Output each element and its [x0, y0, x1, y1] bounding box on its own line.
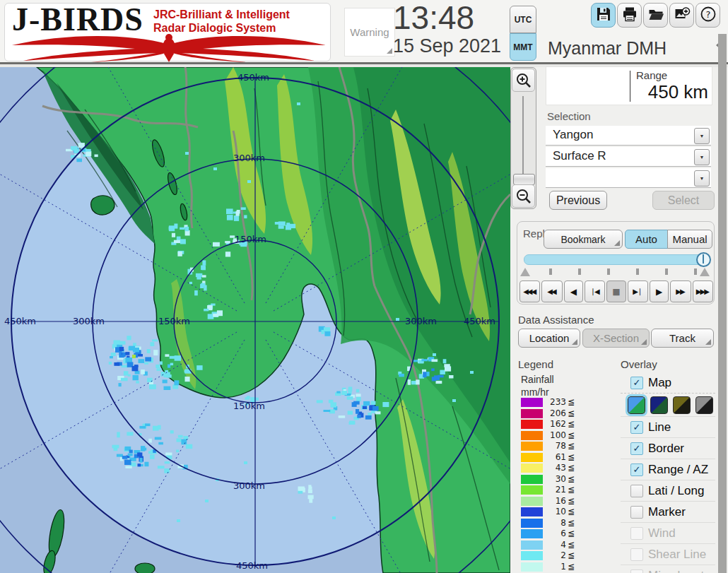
map-style-row [621, 394, 715, 417]
slider-tick [665, 268, 668, 275]
slider-tick [636, 268, 639, 275]
legend-swatch [521, 551, 543, 560]
checkbox-checked[interactable]: ✓ [630, 463, 643, 476]
magnifier-plus-icon [515, 72, 532, 89]
legend-title: Legend [518, 358, 553, 370]
magnifier-minus-icon [515, 188, 532, 205]
selection-dropdown-2[interactable]: Surface R▼ [546, 147, 711, 167]
chevron-down-icon[interactable]: ▼ [694, 149, 710, 165]
radar-map-canvas: 450km300km150km150km300km450km450km300km… [0, 67, 510, 573]
timezone-mmt-button[interactable]: MMT [510, 33, 536, 61]
overlay-item-marker[interactable]: Marker [621, 502, 715, 523]
previous-label: Previous [556, 194, 600, 207]
overlay-item-line[interactable]: ✓Line [621, 417, 715, 438]
previous-button[interactable]: Previous [549, 191, 607, 210]
legend-swatch [521, 529, 543, 538]
legend-operator: ≦ [568, 507, 575, 516]
timezone-utc-button[interactable]: UTC [510, 6, 536, 33]
zoom-in-button[interactable] [512, 69, 535, 92]
map-style-3[interactable] [673, 396, 691, 414]
bookmark-button[interactable]: Bookmark [544, 230, 623, 249]
replay-mode-auto-button[interactable]: Auto [625, 230, 668, 249]
overlay-item-map[interactable]: ✓Map [621, 372, 715, 394]
save-button[interactable] [591, 3, 616, 28]
legend-scale: 233≦206≦162≦100≦78≦61≦43≦30≦21≦16≦10≦8≦6… [521, 398, 576, 573]
location-button[interactable]: Location [518, 329, 580, 348]
print-button[interactable] [617, 3, 642, 28]
ring-label: 150km [235, 234, 266, 244]
map-style-1-selected[interactable] [628, 396, 645, 414]
checkbox-unchecked[interactable] [630, 485, 643, 497]
ring-label: 450km [464, 316, 495, 326]
ring-label: 300km [233, 480, 265, 491]
legend-value: 78 [545, 441, 566, 451]
logo-tagline-line1: JRC-Brilliant & Intelligent [153, 8, 290, 21]
radar-map[interactable]: 450km300km150km150km300km450km450km300km… [0, 67, 510, 573]
checkbox-unchecked[interactable] [630, 506, 643, 519]
checkbox-checked[interactable]: ✓ [630, 421, 643, 434]
legend-operator: ≦ [568, 474, 575, 484]
utc-label: UTC [515, 15, 532, 25]
select-button[interactable]: Select [652, 191, 715, 210]
warning-button[interactable]: Warning [344, 8, 395, 57]
replay-mode-manual-button[interactable]: Manual [667, 230, 712, 249]
chevron-down-icon[interactable]: ▼ [694, 128, 710, 144]
auto-label: Auto [635, 233, 657, 245]
legend-entry: 43≦ [521, 463, 576, 473]
chevron-down-icon[interactable]: ▼ [694, 170, 710, 187]
printer-icon [621, 6, 638, 25]
checkbox-checked[interactable]: ✓ [630, 377, 643, 389]
checkbox-checked[interactable]: ✓ [630, 442, 643, 455]
zoom-out-button[interactable] [512, 184, 535, 208]
overlay-item-wind: Wind [621, 523, 715, 544]
legend-entry: 16≦ [521, 497, 576, 506]
overlay-item-lati-long[interactable]: Lati / Long [621, 480, 715, 502]
selection-dropdown-3[interactable]: ▼ [546, 168, 711, 188]
legend-entry: 30≦ [521, 475, 576, 484]
map-style-4[interactable] [695, 396, 713, 414]
fast-forward-button[interactable]: ▶▶▶ [693, 280, 713, 302]
help-button[interactable]: ? [695, 3, 720, 28]
stop-button[interactable]: ■ [606, 280, 626, 302]
step-forward-button[interactable]: ▶❘ [628, 280, 648, 302]
mmt-label: MMT [513, 42, 532, 52]
legend-value: 233 [545, 397, 566, 407]
selection-dropdown-1[interactable]: Yangon▼ [546, 126, 711, 146]
legend-entry: 8≦ [521, 519, 576, 528]
legend-entry: 206≦ [521, 409, 576, 418]
zoom-slider-track[interactable] [522, 96, 524, 179]
question-icon: ? [700, 6, 717, 25]
replay-slider-track[interactable] [524, 254, 708, 265]
overlay-item-border[interactable]: ✓Border [621, 438, 715, 459]
slider-end-marker [700, 268, 710, 276]
legend-entry: 78≦ [521, 442, 576, 451]
slider-tick [549, 268, 552, 275]
overlay-label: Shear Line [648, 548, 706, 562]
legend-operator: ≦ [568, 518, 575, 528]
slider-tick [607, 268, 610, 275]
zoom-slider-handle[interactable] [513, 174, 535, 185]
forward-button[interactable]: ▶▶ [670, 280, 691, 302]
rewind-button[interactable]: ◀◀ [541, 280, 562, 302]
map-style-2[interactable] [650, 396, 668, 414]
play-back-button[interactable]: ◀ [564, 280, 583, 302]
step-back-button[interactable]: ❘◀ [585, 280, 605, 302]
panel-edge-strip[interactable] [718, 34, 727, 573]
replay-slider-handle[interactable] [696, 252, 711, 267]
legend-operator: ≦ [568, 452, 575, 462]
legend-value: 61 [545, 452, 566, 462]
track-button[interactable]: Track [651, 329, 714, 348]
open-button[interactable] [643, 3, 668, 28]
x-section-button[interactable]: X-Section [582, 329, 650, 348]
ring-label: 450km [4, 316, 36, 326]
legend-value: 10 [545, 507, 566, 516]
export-image-button[interactable] [669, 3, 694, 28]
legend-operator: ≦ [568, 419, 575, 429]
ring-label: 300km [405, 316, 437, 326]
legend-value: 100 [545, 430, 566, 440]
fast-rewind-button[interactable]: ◀◀◀ [519, 280, 540, 302]
checkbox-unchecked [630, 569, 643, 573]
dropdown-value: Yangon [553, 128, 593, 142]
play-button[interactable]: ▶ [650, 280, 669, 302]
overlay-item-range-az[interactable]: ✓Range / AZ [621, 459, 715, 480]
